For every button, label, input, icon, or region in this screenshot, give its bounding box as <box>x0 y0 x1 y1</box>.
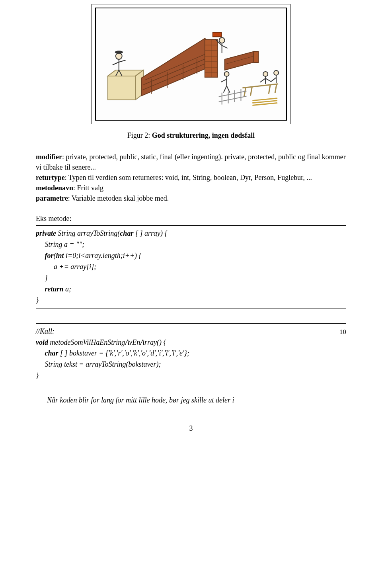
kw-int: int <box>56 252 64 260</box>
code1-l1b: [ ] array) { <box>133 229 167 237</box>
figure-caption: Figur 2: God strukturering, ingen dødsfa… <box>36 131 346 140</box>
code1-l4: a += array[i]; <box>36 263 96 271</box>
kw-private: private <box>36 229 56 237</box>
rule-top-2 <box>36 323 346 324</box>
code1-l1a: String arrayToString( <box>56 229 120 237</box>
svg-line-52 <box>252 101 277 103</box>
figure-image <box>95 8 287 121</box>
svg-line-40 <box>244 88 246 97</box>
svg-line-54 <box>219 91 247 97</box>
code1-l2: String a = ""; <box>36 240 84 248</box>
svg-line-29 <box>222 45 228 48</box>
figure-frame <box>92 4 290 124</box>
term-returtype: returtype <box>36 174 65 182</box>
example-intro: Eks metode: <box>36 215 346 223</box>
svg-line-53 <box>252 103 277 105</box>
code2-l5: } <box>36 371 39 379</box>
text-returtype: : Typen til verdien som returneres: void… <box>65 174 312 182</box>
svg-point-44 <box>263 72 268 76</box>
code-listing-1: private String arrayToString(char [ ] ar… <box>36 228 346 306</box>
text-metodenavn: : Fritt valg <box>73 184 103 192</box>
svg-line-37 <box>224 86 227 93</box>
svg-line-42 <box>269 85 270 94</box>
code-listing-2: 10//Kall: void metodeSomVilHaEnStringAvE… <box>36 326 346 381</box>
figure-caption-text: God strukturering, ingen dødsfall <box>152 131 255 139</box>
kw-char2: char <box>36 349 58 357</box>
svg-line-41 <box>250 87 252 96</box>
svg-point-4 <box>115 51 123 54</box>
svg-line-51 <box>252 98 277 101</box>
code1-l7: } <box>36 296 39 304</box>
svg-marker-0 <box>108 76 136 100</box>
kw-for: for <box>36 252 54 260</box>
code1-l3b: i=0;i<array.length;i++) { <box>64 252 142 260</box>
text-modifier: : private, protected, public, static, fi… <box>36 153 346 171</box>
kw-char: char <box>120 229 133 237</box>
term-parametre: parametre <box>36 194 68 202</box>
term-metodenavn: metodenavn <box>36 184 73 192</box>
rule-bottom-1 <box>36 309 346 309</box>
code1-l5: } <box>36 274 48 282</box>
svg-point-48 <box>274 70 279 75</box>
code2-l3: [ ] bokstaver = {'k','r','o','k','o','d'… <box>58 349 190 357</box>
code2-l2: metodeSomVilHaEnStringAvEnArray() { <box>48 338 166 346</box>
rule-bottom-2 <box>36 384 346 384</box>
svg-line-43 <box>275 84 277 93</box>
svg-rect-30 <box>213 32 222 37</box>
svg-marker-31 <box>225 51 255 70</box>
svg-line-7 <box>113 62 119 65</box>
illustration <box>96 8 286 120</box>
svg-point-3 <box>116 53 122 59</box>
term-modifier: modifier <box>36 153 62 161</box>
svg-line-46 <box>260 78 265 82</box>
svg-point-26 <box>219 37 225 43</box>
closing-text: Når koden blir for lang for mitt lille h… <box>36 396 346 404</box>
kw-return: return <box>36 285 64 293</box>
rule-top-1 <box>36 225 346 226</box>
code1-l6: a; <box>64 285 72 293</box>
text-parametre: : Variable metoden skal jobbe med. <box>68 194 169 202</box>
code2-comment: //Kall: <box>36 327 55 335</box>
svg-line-55 <box>219 96 247 102</box>
code2-l4: String tekst = arrayToString(bokstaver); <box>36 360 161 368</box>
kw-void: void <box>36 338 48 346</box>
svg-line-47 <box>265 78 271 82</box>
definitions-block: modifier: private, protected, public, st… <box>36 152 346 203</box>
figure-caption-label: Figur 2: <box>127 131 150 139</box>
svg-line-36 <box>221 79 227 82</box>
page-number: 3 <box>36 424 346 433</box>
svg-line-50 <box>271 78 276 82</box>
svg-point-34 <box>224 72 229 76</box>
svg-rect-33 <box>253 51 258 63</box>
line-number: 10 <box>339 327 346 337</box>
svg-line-6 <box>119 60 126 62</box>
svg-line-39 <box>242 84 278 88</box>
